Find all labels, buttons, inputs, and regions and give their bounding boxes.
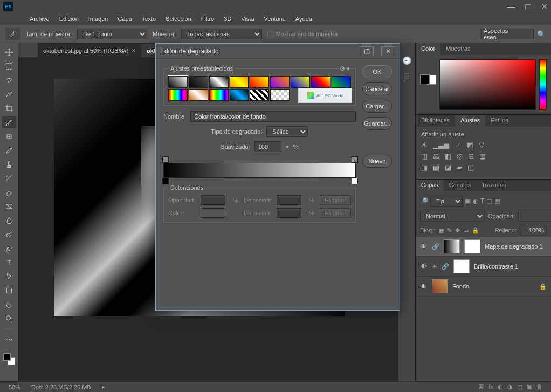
visibility-icon[interactable]: 👁 <box>420 243 428 251</box>
layer-thumb[interactable] <box>444 239 460 253</box>
search-icon[interactable]: 🔍 <box>537 30 546 38</box>
ok-button[interactable]: OK <box>362 65 392 78</box>
type-tool[interactable] <box>2 257 16 269</box>
menu-seleccion[interactable]: Selección <box>161 14 196 24</box>
hue-icon[interactable]: ◫ <box>421 152 428 160</box>
color-stop-right[interactable] <box>352 178 357 184</box>
preset-swatch[interactable] <box>250 76 269 88</box>
path-select-tool[interactable] <box>2 271 16 283</box>
preset-swatch[interactable] <box>230 76 249 88</box>
menu-texto[interactable]: Texto <box>137 14 161 24</box>
dialog-title-bar[interactable]: Editor de degradado ▢ ✕ <box>156 44 400 59</box>
menu-capa[interactable]: Capa <box>113 14 136 24</box>
sample-source-select[interactable]: Todas las capas <box>181 29 262 39</box>
gradient-name-input[interactable] <box>190 111 356 122</box>
tab-adjustments[interactable]: Ajustes <box>455 115 485 127</box>
layer-row-gradient-map[interactable]: 👁 🔗 Mapa de degradado 1 <box>416 237 551 257</box>
stamp-tool[interactable] <box>2 159 16 170</box>
zoom-tool[interactable] <box>2 313 16 325</box>
channel-mixer-icon[interactable]: ⊞ <box>468 152 474 160</box>
invert-icon[interactable]: ◨ <box>421 163 428 171</box>
dodge-tool[interactable] <box>2 229 16 240</box>
tab-styles[interactable]: Estilos <box>485 115 513 127</box>
new-layer-icon[interactable]: ▣ <box>527 383 532 390</box>
levels-icon[interactable]: ▁▃▅ <box>433 141 449 149</box>
properties-icon[interactable]: ☰ <box>403 72 410 81</box>
menu-3d[interactable]: 3D <box>219 14 236 24</box>
gradient-type-select[interactable]: Sólido <box>266 126 308 137</box>
vibrance-icon[interactable]: ▽ <box>479 141 484 149</box>
preset-swatch[interactable] <box>168 76 188 88</box>
opacity-stop-right[interactable] <box>352 156 357 163</box>
hand-tool[interactable] <box>2 299 16 311</box>
exposure-icon[interactable]: ◩ <box>467 141 473 149</box>
show-ring-option[interactable]: Mostrar aro de muestra <box>267 31 338 37</box>
layer-row-brightness[interactable]: 👁 ☀ 🔗 Brillo/contraste 1 <box>416 257 551 277</box>
cancel-button[interactable]: Cancelar <box>362 82 392 95</box>
preset-swatch[interactable] <box>230 89 249 101</box>
lock-all-icon[interactable]: 🔒 <box>472 227 479 234</box>
move-tool[interactable] <box>2 46 16 58</box>
gradient-tool[interactable] <box>2 201 16 212</box>
curves-icon[interactable]: ⟋ <box>454 141 462 149</box>
brush-tool[interactable] <box>2 145 16 156</box>
lookup-icon[interactable]: ▦ <box>479 152 486 160</box>
menu-filtro[interactable]: Filtro <box>196 14 219 24</box>
filter-adjust-icon[interactable]: ◐ <box>473 197 478 205</box>
new-fill-icon[interactable]: ◑ <box>507 383 513 390</box>
filter-shape-icon[interactable]: ▢ <box>486 197 492 205</box>
posterize-icon[interactable]: ▤ <box>433 163 439 171</box>
eyedropper-tool[interactable] <box>2 116 16 128</box>
tab-channels[interactable]: Canales <box>444 180 476 191</box>
sample-size-select[interactable]: De 1 punto <box>77 29 147 39</box>
crop-tool[interactable] <box>2 102 16 114</box>
save-button[interactable]: Guardar... <box>362 117 392 130</box>
layer-link-icon[interactable]: ⌘ <box>478 383 484 390</box>
filter-image-icon[interactable]: ▣ <box>465 197 471 205</box>
foreground-background-colors[interactable] <box>2 352 16 366</box>
preset-swatch[interactable] <box>250 89 269 101</box>
hue-slider[interactable] <box>539 59 547 110</box>
layer-row-background[interactable]: 👁 Fondo 🔒 <box>416 277 551 297</box>
preset-swatch[interactable] <box>209 76 229 88</box>
color-stop-left[interactable] <box>162 178 168 184</box>
preset-swatch[interactable] <box>270 76 290 88</box>
preset-swatch[interactable] <box>189 89 208 101</box>
load-button[interactable]: Cargar... <box>362 100 392 113</box>
tab-swatches[interactable]: Muestras <box>440 43 476 55</box>
opacity-stop-left[interactable] <box>162 156 168 163</box>
doc-size[interactable]: Doc: 2,25 MB/2,25 MB <box>31 384 91 390</box>
history-brush-tool[interactable] <box>2 173 16 184</box>
presets-menu-icon[interactable]: ⚙ ▾ <box>340 65 350 72</box>
balance-icon[interactable]: ⚖ <box>433 152 439 160</box>
preset-swatch[interactable] <box>311 76 330 88</box>
smoothness-input[interactable]: 100 <box>254 141 281 152</box>
blend-mode-select[interactable]: Normal <box>420 211 485 222</box>
eraser-tool[interactable] <box>2 187 16 198</box>
color-picker-field[interactable] <box>439 59 536 110</box>
threshold-icon[interactable]: ◪ <box>445 163 451 171</box>
tab-color[interactable]: Color <box>416 43 440 55</box>
layer-mask-icon[interactable]: ◐ <box>498 383 503 390</box>
marquee-tool[interactable] <box>2 60 16 72</box>
layer-thumb[interactable] <box>432 279 448 293</box>
blur-tool[interactable] <box>2 215 16 226</box>
delete-layer-icon[interactable]: 🗑 <box>536 383 542 390</box>
selective-color-icon[interactable]: ◫ <box>467 163 474 171</box>
menu-imagen[interactable]: Imagen <box>84 14 113 24</box>
fill-input[interactable]: 100% <box>520 225 547 236</box>
filter-type-icon[interactable]: T <box>480 197 484 205</box>
layer-mask-thumb[interactable] <box>464 239 480 253</box>
menu-vista[interactable]: Vista <box>236 14 259 24</box>
layer-fx-icon[interactable]: fx <box>488 383 493 390</box>
dialog-maximize-button[interactable]: ▢ <box>360 46 374 56</box>
new-button[interactable]: Nuevo <box>362 155 392 168</box>
lasso-tool[interactable] <box>2 74 16 86</box>
shape-tool[interactable] <box>2 285 16 297</box>
lock-artboard-icon[interactable]: ▭ <box>463 227 469 234</box>
menu-ayuda[interactable]: Ayuda <box>291 14 317 24</box>
tab-paths[interactable]: Trazados <box>476 180 511 191</box>
gradient-editor-bar[interactable] <box>163 156 356 184</box>
visibility-icon[interactable]: 👁 <box>420 283 428 291</box>
menu-archivo[interactable]: Archivo <box>25 14 54 24</box>
